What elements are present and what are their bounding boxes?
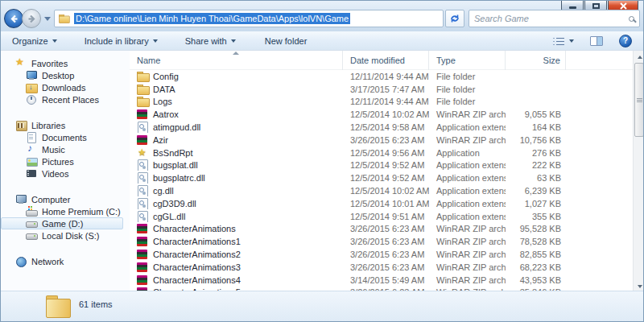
library-icon <box>15 120 27 131</box>
sidebar-item-recent-places[interactable]: Recent Places <box>1 93 123 105</box>
address-path[interactable]: D:\Game online\Lien Minh Huyen Thoai\Gam… <box>74 13 350 24</box>
file-name: BsSndRpt <box>153 148 193 158</box>
file-type: Application extens... <box>429 212 506 221</box>
include-in-library-button[interactable]: Include in library <box>80 34 163 48</box>
file-date-modified: 12/5/2014 10:02 AM <box>343 109 429 119</box>
file-name-cell: cgD3D9.dll <box>130 198 343 209</box>
file-row-bugsplat-dll[interactable]: bugsplat.dll12/5/2014 9:52 AMApplication… <box>130 159 644 172</box>
file-type: File folder <box>429 85 506 94</box>
preview-pane-button[interactable] <box>585 34 608 48</box>
scroll-up-icon <box>638 56 642 59</box>
change-view-button[interactable] <box>548 35 579 47</box>
file-name: CharacterAnimations4 <box>153 275 241 285</box>
file-row-config[interactable]: Config12/11/2014 9:44 AMFile folder <box>130 70 644 83</box>
navigation-pane: FavoritesDesktopDownloadsRecent PlacesLi… <box>1 51 130 292</box>
column-header-name[interactable]: Name <box>130 51 343 70</box>
address-bar[interactable]: D:\Game online\Lien Minh Huyen Thoai\Gam… <box>54 10 444 27</box>
file-name-cell: Logs <box>130 96 343 107</box>
rar-icon <box>137 134 149 146</box>
column-header-type[interactable]: Type <box>429 51 506 70</box>
column-header-size[interactable]: Size <box>506 51 566 70</box>
file-row-atimgpud-dll[interactable]: atimgpud.dll12/5/2014 9:58 AMApplication… <box>130 121 644 134</box>
sidebar-item-libraries[interactable]: Libraries <box>1 119 130 131</box>
file-row-characteranimations4[interactable]: CharacterAnimations43/14/2015 5:49 AMWin… <box>130 274 644 287</box>
file-row-characteranimations2[interactable]: CharacterAnimations23/26/2015 6:23 AMWin… <box>130 248 644 261</box>
file-row-aatrox[interactable]: Aatrox12/5/2014 10:02 AMWinRAR ZIP archi… <box>130 108 644 121</box>
file-row-azir[interactable]: Azir3/26/2015 6:23 AMWinRAR ZIP archive1… <box>130 134 644 147</box>
file-type: WinRAR ZIP archive <box>429 135 506 145</box>
file-size: 355 KB <box>506 212 566 221</box>
file-type: Application extens... <box>429 199 506 208</box>
share-with-button[interactable]: Share with <box>180 34 241 48</box>
new-folder-button[interactable]: New folder <box>260 34 312 48</box>
back-arrow-icon <box>10 14 19 23</box>
sidebar-item-favorites[interactable]: Favorites <box>1 57 130 69</box>
file-name: CharacterAnimations3 <box>153 262 241 272</box>
back-button[interactable] <box>4 9 23 28</box>
recent-icon <box>26 94 37 105</box>
dll-icon <box>137 211 149 222</box>
sidebar-item-downloads[interactable]: Downloads <box>1 81 123 93</box>
file-name-cell: CharacterAnimations2 <box>130 249 343 260</box>
sidebar-item-computer[interactable]: Computer <box>1 193 130 205</box>
file-size: 95,528 KB <box>506 224 566 233</box>
sidebar-item-network[interactable]: Network <box>1 255 130 267</box>
dll-icon <box>137 185 149 196</box>
file-date-modified: 3/26/2015 6:23 AM <box>343 135 429 145</box>
column-header-date-modified[interactable]: Date modified <box>343 51 429 70</box>
scroll-up-button[interactable] <box>634 51 644 63</box>
file-name-cell: Aatrox <box>130 109 343 120</box>
file-row-bugsplatrc-dll[interactable]: bugsplatrc.dll12/5/2014 9:52 AMApplicati… <box>130 171 644 184</box>
file-row-characteranimations[interactable]: CharacterAnimations3/26/2015 6:23 AMWinR… <box>130 223 644 236</box>
sidebar-item-label: Libraries <box>31 121 65 130</box>
organize-button[interactable]: Organize <box>7 34 62 48</box>
column-headers: Name Date modified Type Size <box>130 51 644 70</box>
help-button[interactable]: ? <box>614 32 637 50</box>
search-box[interactable] <box>469 10 640 27</box>
file-row-cgd3d9-dll[interactable]: cgD3D9.dll12/5/2014 10:01 AMApplication … <box>130 197 644 210</box>
file-row-cggl-dll[interactable]: cgGL.dll12/5/2014 9:51 AMApplication ext… <box>130 210 644 223</box>
sidebar-item-desktop[interactable]: Desktop <box>1 69 123 81</box>
sidebar-item-home-premium-c[interactable]: Home Premium (C:) <box>1 205 123 217</box>
file-size: 276 KB <box>506 148 566 158</box>
navigation-bar: D:\Game online\Lien Minh Huyen Thoai\Gam… <box>4 9 640 28</box>
sidebar-item-documents[interactable]: Documents <box>1 131 123 143</box>
file-date-modified: 3/26/2015 6:23 AM <box>343 250 429 259</box>
file-row-cg-dll[interactable]: cg.dll12/5/2014 10:02 AMApplication exte… <box>130 184 644 197</box>
file-name: cgD3D9.dll <box>153 199 196 208</box>
file-date-modified: 3/14/2015 5:49 AM <box>343 275 429 285</box>
sidebar-item-label: Computer <box>31 195 70 204</box>
sidebar-item-label: Videos <box>42 169 68 179</box>
file-row-data[interactable]: DATA3/17/2015 7:47 AMFile folder <box>130 83 644 96</box>
sidebar-group-network: Network <box>1 255 130 267</box>
include-in-library-label: Include in library <box>85 36 149 46</box>
sidebar-item-game-d[interactable]: Game (D:) <box>1 217 123 229</box>
vertical-scrollbar[interactable] <box>633 51 644 292</box>
sidebar-item-local-disk-s[interactable]: Local Disk (S:) <box>1 229 123 242</box>
sidebar-item-label: Game (D:) <box>42 219 83 229</box>
file-row-characteranimations3[interactable]: CharacterAnimations33/26/2015 6:23 AMWin… <box>130 261 644 274</box>
file-name: Azir <box>153 135 168 145</box>
file-name-cell: CharacterAnimations1 <box>130 236 343 247</box>
file-row-logs[interactable]: Logs12/11/2014 9:44 AMFile folder <box>130 96 644 109</box>
sidebar-item-videos[interactable]: Videos <box>1 167 123 180</box>
drive-os-icon <box>26 206 37 217</box>
sidebar-item-music[interactable]: Music <box>1 143 123 155</box>
forward-button[interactable] <box>22 9 41 28</box>
chevron-down-icon <box>231 39 236 43</box>
rar-icon <box>137 236 149 247</box>
search-input[interactable] <box>474 14 629 23</box>
file-row-characteranimations1[interactable]: CharacterAnimations13/26/2015 6:23 AMWin… <box>130 235 644 248</box>
refresh-button[interactable] <box>445 10 464 27</box>
file-size: 1,027 KB <box>506 199 566 208</box>
sidebar-item-label: Home Premium (C:) <box>42 207 121 217</box>
maximize-icon <box>592 3 600 9</box>
file-size: 78,528 KB <box>506 237 566 246</box>
scrollbar-thumb[interactable] <box>634 63 644 137</box>
music-note-icon <box>26 144 37 155</box>
sidebar-item-pictures[interactable]: Pictures <box>1 155 123 167</box>
file-row-bssndrpt[interactable]: BsSndRpt12/5/2014 9:56 AMApplication276 … <box>130 147 644 159</box>
recent-pages-dropdown[interactable] <box>44 17 51 21</box>
file-name-cell: CharacterAnimations4 <box>130 275 343 286</box>
file-name: DATA <box>153 85 175 94</box>
